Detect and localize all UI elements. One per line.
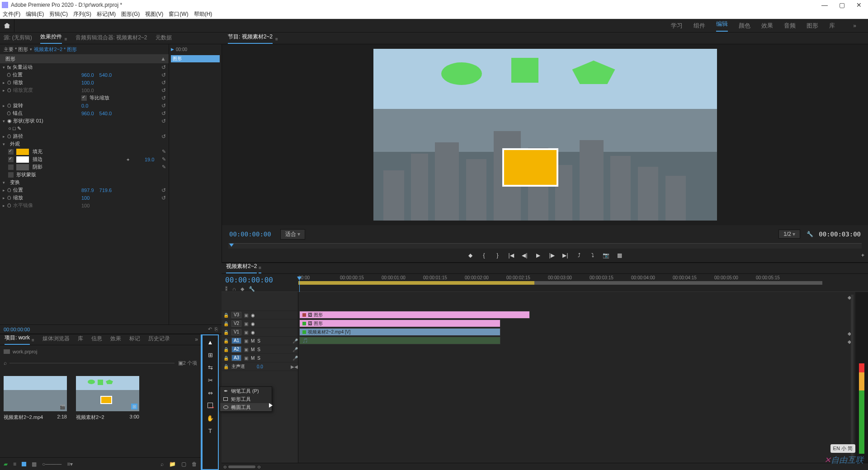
tab-effects[interactable]: 效果 <box>110 335 121 345</box>
in-button[interactable]: { <box>481 252 488 258</box>
search-icon[interactable]: ⌕ <box>4 360 7 366</box>
project-tabs-overflow[interactable]: » <box>195 336 198 345</box>
step-fwd-button[interactable]: |▶ <box>548 252 556 258</box>
ws-edit[interactable]: 编辑 <box>716 20 728 32</box>
ec-zoom-icon[interactable]: ↶ <box>208 326 212 332</box>
tab-library[interactable]: 库 <box>78 335 83 345</box>
ec-breadcrumb-link[interactable]: 视频素材2~2 * 图形 <box>34 46 77 53</box>
ws-effects[interactable]: 效果 <box>761 22 773 30</box>
zoom-fit-select[interactable]: 适合 <box>280 229 305 240</box>
track-a2[interactable]: 🔒A2▣MS🎤 <box>222 345 298 354</box>
trash-icon[interactable]: 🗑 <box>192 461 197 467</box>
tl-v-scrollbar[interactable] <box>851 295 854 460</box>
tab-metadata[interactable]: 元数据 <box>156 34 172 44</box>
prop-transform[interactable]: ▾ 变换 <box>0 179 169 186</box>
tab-program[interactable]: 节目: 视频素材2~2 <box>228 33 273 44</box>
export-frame-button[interactable]: 📷 <box>603 252 610 258</box>
ws-learn[interactable]: 学习 <box>671 22 683 30</box>
clip-v1[interactable]: 视频素材2~2.mp4 [V] <box>299 328 500 336</box>
hand-tool[interactable]: ✋ <box>206 414 214 422</box>
out-button[interactable]: } <box>494 252 501 258</box>
step-back-button[interactable]: ◀| <box>521 252 528 258</box>
tab-effect-controls-menu[interactable]: ≡ <box>65 37 67 44</box>
new-item-icon2[interactable]: ▢ <box>181 461 186 467</box>
tab-info[interactable]: 信息 <box>91 335 102 345</box>
tracks-area[interactable]: 🖼 图形 🖼 图形 视频素材2~2.mp4 [V] 🎵 <box>298 292 855 463</box>
project-item-1[interactable]: 🎬 视频素材2~2.mp42:18 <box>4 376 67 421</box>
menu-edit[interactable]: 编辑(E) <box>26 10 44 18</box>
tl-settings-icon[interactable]: 🔧 <box>249 286 255 292</box>
link-icon[interactable]: ∩ <box>232 286 236 292</box>
stroke-color-swatch[interactable] <box>16 156 29 163</box>
track-v1[interactable]: 🔒V1▣◉ <box>222 328 298 337</box>
flyout-rect[interactable]: 矩形工具 <box>220 395 272 403</box>
ws-assembly[interactable]: 组件 <box>693 22 705 30</box>
prop-uniform[interactable]: 等比缩放↺ <box>0 94 169 102</box>
track-a1[interactable]: 🔒A1▣MS🎤 <box>222 337 298 345</box>
prop-t-scale[interactable]: ▸Ö缩放100↺ <box>0 194 169 202</box>
icon-view-icon[interactable] <box>22 462 26 466</box>
prop-position[interactable]: Ö位置960.0540.0↺ <box>0 71 169 79</box>
slip-tool[interactable]: ⇔ <box>206 389 214 397</box>
tab-project[interactable]: 项目: work <box>5 334 30 345</box>
menu-sequence[interactable]: 序列(S) <box>73 10 91 18</box>
button-editor[interactable]: + <box>861 252 864 258</box>
freeform-view-icon[interactable]: ▦ <box>32 461 37 467</box>
bin-path[interactable]: work.prproj <box>4 347 197 356</box>
effect-controls-timeline[interactable]: ▶00:00 图形 <box>169 44 222 324</box>
program-preview[interactable] <box>373 49 717 221</box>
prop-mask[interactable]: 形状蒙版 <box>0 171 169 179</box>
prop-shadow[interactable]: 阴影✎ <box>0 163 169 171</box>
ec-pin-icon[interactable]: ⎘ <box>215 326 218 332</box>
menu-file[interactable]: 文件(F) <box>3 10 20 18</box>
selection-tool[interactable]: ▲ <box>206 338 214 346</box>
prop-path[interactable]: ▸Ö路径↺ <box>0 132 169 140</box>
tab-markers[interactable]: 标记 <box>129 335 140 345</box>
prop-stroke[interactable]: 描边+19.0✎ <box>0 155 169 163</box>
close-button[interactable]: ✕ <box>854 1 863 9</box>
find-icon[interactable]: ⌕ <box>160 461 164 467</box>
tab-effect-controls[interactable]: 效果控件 <box>40 33 62 44</box>
track-select-tool[interactable]: ⊞ <box>206 351 214 359</box>
ws-library[interactable]: 库 <box>829 22 835 30</box>
marker-button[interactable]: ◆ <box>467 252 474 258</box>
search-input[interactable] <box>9 363 175 363</box>
play-button[interactable]: ▶ <box>535 252 542 258</box>
ec-clip-bar[interactable]: 图形 <box>171 55 220 62</box>
menu-marker[interactable]: 标记(M) <box>97 10 116 18</box>
minimize-button[interactable]: — <box>820 1 829 9</box>
prop-appearance[interactable]: ▾ 外观 <box>0 140 169 148</box>
timeline-timecode[interactable]: 00:00:00:00 <box>225 276 295 284</box>
tab-source[interactable]: 源: (无剪辑) <box>4 34 32 44</box>
lift-button[interactable]: ⤴ <box>576 252 583 258</box>
clip-a1[interactable]: 🎵 <box>299 337 500 344</box>
resolution-select[interactable]: 1/2 <box>778 230 800 239</box>
prop-vector-motion[interactable]: ▾fx 矢量运动↺ <box>0 63 169 71</box>
flyout-pen[interactable]: ✒钢笔工具 (P) <box>220 387 272 395</box>
settings-icon[interactable]: 🔧 <box>807 231 813 237</box>
ripple-edit-tool[interactable]: ⇆ <box>206 363 214 371</box>
goto-out-button[interactable]: ▶| <box>562 252 569 258</box>
new-item-icon[interactable]: ▰ <box>4 461 8 467</box>
prop-anchor[interactable]: Ö锚点960.0540.0↺ <box>0 109 169 117</box>
track-v2[interactable]: 🔒V2▣◉ <box>222 320 298 328</box>
sort-icon[interactable]: ≡▾ <box>67 461 73 467</box>
menu-clip[interactable]: 剪辑(C) <box>49 10 68 18</box>
tab-sequence[interactable]: 视频素材2~2 <box>226 263 257 273</box>
prop-fill[interactable]: 填充✎ <box>0 148 169 155</box>
clip-v2[interactable]: 🖼 图形 <box>299 320 500 327</box>
track-master[interactable]: 🔒主声道0.0▶◀ <box>222 362 298 371</box>
menu-help[interactable]: 帮助(H) <box>194 10 212 18</box>
fill-color-swatch[interactable] <box>16 149 29 155</box>
timeline-zoom-scroll[interactable]: ○○ <box>222 463 868 470</box>
new-bin-icon[interactable]: 📁 <box>169 461 176 467</box>
tab-media-browser[interactable]: 媒体浏览器 <box>42 335 70 345</box>
ws-audio[interactable]: 音频 <box>784 22 796 30</box>
shape-rect-yellow[interactable] <box>502 148 558 187</box>
program-timecode[interactable]: 00:00:00:00 <box>229 230 271 238</box>
ws-color[interactable]: 颜色 <box>739 22 750 30</box>
menu-view[interactable]: 视图(V) <box>145 10 163 18</box>
extract-button[interactable]: ⤵ <box>589 252 596 258</box>
flyout-ellipse[interactable]: 椭圆工具 <box>220 403 272 411</box>
prop-shape-tools[interactable]: ○ □ ✎ <box>0 125 169 132</box>
